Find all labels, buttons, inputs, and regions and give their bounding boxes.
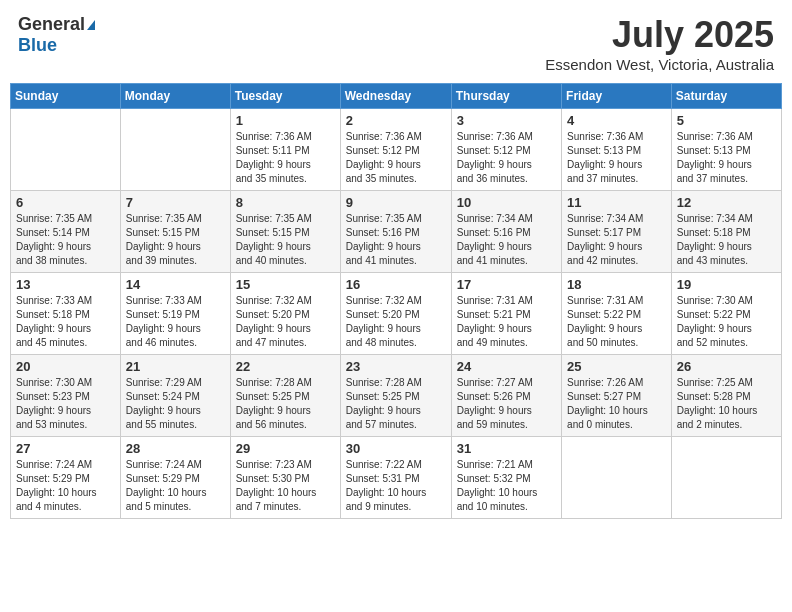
day-number: 7 [126,195,225,210]
logo-icon [87,20,95,30]
calendar-week-row: 27Sunrise: 7:24 AM Sunset: 5:29 PM Dayli… [11,437,782,519]
day-info: Sunrise: 7:30 AM Sunset: 5:23 PM Dayligh… [16,376,115,432]
calendar-week-row: 13Sunrise: 7:33 AM Sunset: 5:18 PM Dayli… [11,273,782,355]
day-number: 27 [16,441,115,456]
day-number: 28 [126,441,225,456]
calendar-cell: 9Sunrise: 7:35 AM Sunset: 5:16 PM Daylig… [340,191,451,273]
day-number: 26 [677,359,776,374]
calendar-cell: 27Sunrise: 7:24 AM Sunset: 5:29 PM Dayli… [11,437,121,519]
calendar-cell: 13Sunrise: 7:33 AM Sunset: 5:18 PM Dayli… [11,273,121,355]
day-info: Sunrise: 7:33 AM Sunset: 5:18 PM Dayligh… [16,294,115,350]
calendar-cell: 28Sunrise: 7:24 AM Sunset: 5:29 PM Dayli… [120,437,230,519]
day-info: Sunrise: 7:36 AM Sunset: 5:13 PM Dayligh… [567,130,666,186]
weekday-header: Thursday [451,84,561,109]
calendar-cell [562,437,672,519]
day-info: Sunrise: 7:23 AM Sunset: 5:30 PM Dayligh… [236,458,335,514]
day-info: Sunrise: 7:35 AM Sunset: 5:14 PM Dayligh… [16,212,115,268]
day-number: 8 [236,195,335,210]
calendar-cell: 22Sunrise: 7:28 AM Sunset: 5:25 PM Dayli… [230,355,340,437]
calendar-cell: 17Sunrise: 7:31 AM Sunset: 5:21 PM Dayli… [451,273,561,355]
calendar-cell: 19Sunrise: 7:30 AM Sunset: 5:22 PM Dayli… [671,273,781,355]
weekday-header: Tuesday [230,84,340,109]
day-number: 23 [346,359,446,374]
day-info: Sunrise: 7:28 AM Sunset: 5:25 PM Dayligh… [236,376,335,432]
day-number: 16 [346,277,446,292]
day-info: Sunrise: 7:36 AM Sunset: 5:11 PM Dayligh… [236,130,335,186]
day-info: Sunrise: 7:26 AM Sunset: 5:27 PM Dayligh… [567,376,666,432]
calendar-cell: 21Sunrise: 7:29 AM Sunset: 5:24 PM Dayli… [120,355,230,437]
day-number: 19 [677,277,776,292]
day-number: 24 [457,359,556,374]
day-info: Sunrise: 7:34 AM Sunset: 5:17 PM Dayligh… [567,212,666,268]
day-number: 31 [457,441,556,456]
calendar-cell: 3Sunrise: 7:36 AM Sunset: 5:12 PM Daylig… [451,109,561,191]
page-header: General Blue July 2025 Essendon West, Vi… [10,10,782,77]
weekday-header: Saturday [671,84,781,109]
calendar-cell: 26Sunrise: 7:25 AM Sunset: 5:28 PM Dayli… [671,355,781,437]
day-number: 10 [457,195,556,210]
logo: General Blue [18,14,95,56]
calendar-cell: 15Sunrise: 7:32 AM Sunset: 5:20 PM Dayli… [230,273,340,355]
calendar-header-row: SundayMondayTuesdayWednesdayThursdayFrid… [11,84,782,109]
weekday-header: Friday [562,84,672,109]
logo-general-text: General [18,14,85,35]
weekday-header: Sunday [11,84,121,109]
day-number: 11 [567,195,666,210]
weekday-header: Monday [120,84,230,109]
day-info: Sunrise: 7:35 AM Sunset: 5:16 PM Dayligh… [346,212,446,268]
calendar-week-row: 6Sunrise: 7:35 AM Sunset: 5:14 PM Daylig… [11,191,782,273]
day-info: Sunrise: 7:35 AM Sunset: 5:15 PM Dayligh… [126,212,225,268]
day-info: Sunrise: 7:28 AM Sunset: 5:25 PM Dayligh… [346,376,446,432]
day-info: Sunrise: 7:35 AM Sunset: 5:15 PM Dayligh… [236,212,335,268]
day-info: Sunrise: 7:32 AM Sunset: 5:20 PM Dayligh… [236,294,335,350]
calendar-week-row: 20Sunrise: 7:30 AM Sunset: 5:23 PM Dayli… [11,355,782,437]
calendar-cell: 6Sunrise: 7:35 AM Sunset: 5:14 PM Daylig… [11,191,121,273]
day-number: 20 [16,359,115,374]
calendar-cell: 31Sunrise: 7:21 AM Sunset: 5:32 PM Dayli… [451,437,561,519]
calendar-cell: 11Sunrise: 7:34 AM Sunset: 5:17 PM Dayli… [562,191,672,273]
day-info: Sunrise: 7:34 AM Sunset: 5:18 PM Dayligh… [677,212,776,268]
calendar-cell [671,437,781,519]
calendar-cell: 14Sunrise: 7:33 AM Sunset: 5:19 PM Dayli… [120,273,230,355]
day-info: Sunrise: 7:33 AM Sunset: 5:19 PM Dayligh… [126,294,225,350]
day-info: Sunrise: 7:21 AM Sunset: 5:32 PM Dayligh… [457,458,556,514]
day-number: 29 [236,441,335,456]
day-number: 4 [567,113,666,128]
day-info: Sunrise: 7:27 AM Sunset: 5:26 PM Dayligh… [457,376,556,432]
day-number: 18 [567,277,666,292]
day-info: Sunrise: 7:30 AM Sunset: 5:22 PM Dayligh… [677,294,776,350]
calendar-cell: 7Sunrise: 7:35 AM Sunset: 5:15 PM Daylig… [120,191,230,273]
calendar-cell: 18Sunrise: 7:31 AM Sunset: 5:22 PM Dayli… [562,273,672,355]
day-number: 22 [236,359,335,374]
day-number: 6 [16,195,115,210]
day-number: 17 [457,277,556,292]
day-number: 12 [677,195,776,210]
month-title: July 2025 [545,14,774,56]
day-info: Sunrise: 7:34 AM Sunset: 5:16 PM Dayligh… [457,212,556,268]
day-info: Sunrise: 7:29 AM Sunset: 5:24 PM Dayligh… [126,376,225,432]
calendar-cell: 23Sunrise: 7:28 AM Sunset: 5:25 PM Dayli… [340,355,451,437]
day-info: Sunrise: 7:24 AM Sunset: 5:29 PM Dayligh… [126,458,225,514]
day-number: 25 [567,359,666,374]
day-info: Sunrise: 7:36 AM Sunset: 5:12 PM Dayligh… [346,130,446,186]
calendar-cell: 24Sunrise: 7:27 AM Sunset: 5:26 PM Dayli… [451,355,561,437]
calendar-cell: 2Sunrise: 7:36 AM Sunset: 5:12 PM Daylig… [340,109,451,191]
calendar-cell: 5Sunrise: 7:36 AM Sunset: 5:13 PM Daylig… [671,109,781,191]
day-info: Sunrise: 7:36 AM Sunset: 5:12 PM Dayligh… [457,130,556,186]
day-info: Sunrise: 7:32 AM Sunset: 5:20 PM Dayligh… [346,294,446,350]
day-number: 14 [126,277,225,292]
calendar-cell: 8Sunrise: 7:35 AM Sunset: 5:15 PM Daylig… [230,191,340,273]
day-number: 2 [346,113,446,128]
logo-blue-text: Blue [18,35,57,56]
calendar-cell: 4Sunrise: 7:36 AM Sunset: 5:13 PM Daylig… [562,109,672,191]
calendar-week-row: 1Sunrise: 7:36 AM Sunset: 5:11 PM Daylig… [11,109,782,191]
day-number: 30 [346,441,446,456]
day-number: 9 [346,195,446,210]
day-info: Sunrise: 7:36 AM Sunset: 5:13 PM Dayligh… [677,130,776,186]
calendar-cell: 1Sunrise: 7:36 AM Sunset: 5:11 PM Daylig… [230,109,340,191]
calendar-cell: 30Sunrise: 7:22 AM Sunset: 5:31 PM Dayli… [340,437,451,519]
calendar-cell: 12Sunrise: 7:34 AM Sunset: 5:18 PM Dayli… [671,191,781,273]
day-number: 3 [457,113,556,128]
calendar-cell: 20Sunrise: 7:30 AM Sunset: 5:23 PM Dayli… [11,355,121,437]
day-info: Sunrise: 7:25 AM Sunset: 5:28 PM Dayligh… [677,376,776,432]
